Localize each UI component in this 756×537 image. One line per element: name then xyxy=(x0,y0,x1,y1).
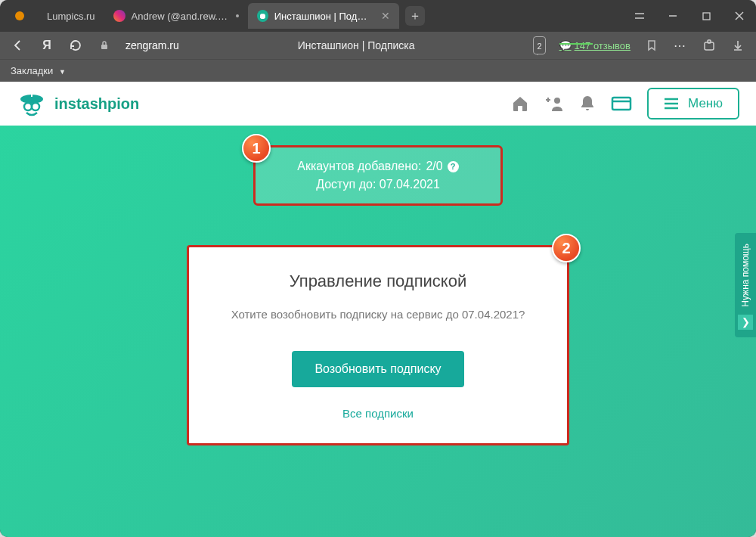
yandex-icon[interactable]: Я xyxy=(39,38,54,53)
more-icon[interactable]: ⋯ xyxy=(673,38,688,53)
menu-button[interactable]: Меню xyxy=(647,88,739,120)
tab-label: Lumpics.ru xyxy=(47,11,95,22)
manage-title: Управление подпиской xyxy=(207,272,549,291)
renew-button[interactable]: Возобновить подписку xyxy=(292,351,463,387)
hamburger-icon xyxy=(664,98,679,110)
tab-instagram[interactable]: Andrew (@and.rew.lptw) xyxy=(104,3,248,29)
access-line: Доступ до: 07.04.2021 xyxy=(269,178,487,191)
window-controls xyxy=(623,0,756,32)
tab-close-icon[interactable]: ✕ xyxy=(381,10,390,22)
brand-name: instashpion xyxy=(54,95,139,113)
page-content: instashpion Меню 1 xyxy=(0,82,756,537)
manage-question: Хотите возобновить подписку на сервис до… xyxy=(207,308,549,321)
new-tab-button[interactable]: ＋ xyxy=(405,6,425,26)
tab-instashpion[interactable]: ⏺ Инсташпион | Подписк ✕ xyxy=(248,3,399,29)
download-icon[interactable] xyxy=(730,38,745,53)
tab-label: Инсташпион | Подписк xyxy=(274,11,372,22)
window-close-button[interactable] xyxy=(723,0,756,32)
tab-loading-dot-icon xyxy=(236,14,239,17)
window-maximize-button[interactable] xyxy=(689,0,723,32)
notification-badge[interactable]: 2 xyxy=(533,36,545,54)
help-label: Нужна помощь xyxy=(740,241,751,310)
chevron-down-icon: ▼ xyxy=(59,68,66,76)
home-icon[interactable] xyxy=(511,95,529,113)
page-title-text: Инсташпион | Подписка xyxy=(298,39,415,51)
card-icon[interactable] xyxy=(611,95,632,112)
svg-point-14 xyxy=(32,103,39,110)
help-side-tab[interactable]: Нужна помощь ❯ xyxy=(735,233,756,337)
tab-strip: Lumpics.ru Andrew (@and.rew.lptw) ⏺ Инст… xyxy=(0,0,623,32)
extensions-icon[interactable] xyxy=(702,38,717,53)
tab-label: Andrew (@and.rew.lptw) xyxy=(132,11,230,22)
chat-icon: 💬 xyxy=(559,40,572,51)
svg-rect-17 xyxy=(612,98,631,110)
bookmarks-bar: Закладки ▼ xyxy=(0,59,756,82)
all-subscriptions-link[interactable]: Все подписки xyxy=(342,407,414,420)
svg-point-16 xyxy=(554,98,560,104)
back-button[interactable] xyxy=(11,38,26,53)
spy-icon xyxy=(17,88,47,119)
window-more-button[interactable] xyxy=(623,0,656,32)
app-dot-icon xyxy=(15,11,24,20)
window-minimize-button[interactable] xyxy=(656,0,689,32)
help-icon[interactable]: ? xyxy=(448,161,459,172)
menu-label: Меню xyxy=(688,96,723,111)
bookmarks-dropdown[interactable]: Закладки ▼ xyxy=(11,65,66,76)
accounts-line: Аккаунтов добавлено: 2/0 ? xyxy=(297,160,458,173)
svg-rect-12 xyxy=(31,94,33,97)
window-titlebar: Lumpics.ru Andrew (@and.rew.lptw) ⏺ Инст… xyxy=(0,0,756,32)
lock-icon xyxy=(97,38,112,53)
bell-icon[interactable] xyxy=(579,95,596,113)
tab-lumpics[interactable]: Lumpics.ru xyxy=(38,3,104,29)
svg-rect-6 xyxy=(101,45,107,49)
svg-rect-3 xyxy=(703,13,710,20)
chevron-right-icon: ❯ xyxy=(738,315,753,330)
site-favicon-icon: ⏺ xyxy=(257,10,268,22)
address-bar: Я zengram.ru Инсташпион | Подписка 2 💬 1… xyxy=(0,32,756,59)
url-text[interactable]: zengram.ru xyxy=(125,39,179,51)
bookmark-icon[interactable] xyxy=(644,38,659,53)
reload-button[interactable] xyxy=(68,38,83,53)
brand-logo[interactable]: instashpion xyxy=(17,88,139,119)
svg-rect-8 xyxy=(708,40,711,43)
callout-badge-2: 2 xyxy=(552,234,581,262)
status-card-wrap: 1 Аккаунтов добавлено: 2/0 ? Доступ до: … xyxy=(253,145,503,206)
underline-icon xyxy=(559,43,593,45)
reviews-link[interactable]: 💬 147 отзывов xyxy=(559,40,631,51)
svg-point-13 xyxy=(24,103,32,110)
status-card: 1 Аккаунтов добавлено: 2/0 ? Доступ до: … xyxy=(253,145,503,206)
callout-badge-1: 1 xyxy=(242,134,271,163)
site-header: instashpion Меню xyxy=(0,82,756,126)
add-user-icon[interactable] xyxy=(544,95,564,113)
browser-window: Lumpics.ru Andrew (@and.rew.lptw) ⏺ Инст… xyxy=(0,0,756,537)
manage-subscription-card: 2 Управление подпиской Хотите возобновит… xyxy=(187,245,569,445)
instagram-icon xyxy=(113,10,125,22)
